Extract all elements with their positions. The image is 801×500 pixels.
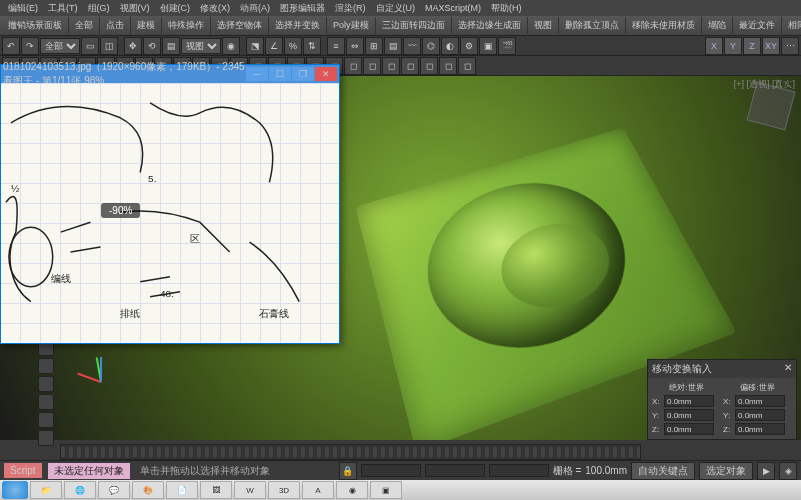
undo-button[interactable]: ↶ <box>2 37 20 55</box>
image-viewer-titlebar[interactable]: 0181024103513.jpg（1920×960像素，179KB）- 234… <box>1 65 339 83</box>
left-tool-button[interactable] <box>38 358 54 374</box>
taskbar-item[interactable]: ◉ <box>336 481 368 499</box>
menu-animation[interactable]: 动画(A) <box>236 2 274 15</box>
menu-customize[interactable]: 自定义(U) <box>372 2 420 15</box>
axis-xy-button[interactable]: XY <box>762 37 780 55</box>
taskbar-item[interactable]: ▣ <box>370 481 402 499</box>
ribbon-tab[interactable]: 选择空物体 <box>211 17 269 34</box>
taskbar-item[interactable]: 3D <box>268 481 300 499</box>
ribbon-tab[interactable]: 视图 <box>528 17 559 34</box>
abs-z-input[interactable] <box>664 423 714 435</box>
ribbon-tab[interactable]: 三边面转四边面 <box>376 17 452 34</box>
render-setup-button[interactable]: ⚙ <box>460 37 478 55</box>
left-tool-button[interactable] <box>38 376 54 392</box>
menu-create[interactable]: 创建(C) <box>156 2 195 15</box>
ribbon-tab[interactable]: 相同材质 <box>782 17 801 34</box>
coord-y-input[interactable] <box>425 464 485 477</box>
named-sel-button[interactable]: ≡ <box>327 37 345 55</box>
pivot-button[interactable]: ◉ <box>222 37 240 55</box>
menu-edit[interactable]: 编辑(E) <box>4 2 42 15</box>
render-button[interactable]: 🎬 <box>498 37 516 55</box>
select-button[interactable]: ▭ <box>81 37 99 55</box>
image-viewer-window[interactable]: 0181024103513.jpg（1920×960像素，179KB）- 234… <box>0 64 340 344</box>
selected-obj-dropdown[interactable]: 选定对象 <box>699 462 753 480</box>
tool-button[interactable]: ◻ <box>382 57 400 75</box>
menu-view[interactable]: 视图(V) <box>116 2 154 15</box>
ribbon-tab[interactable]: 全部 <box>69 17 100 34</box>
restore-button[interactable]: ❐ <box>292 67 314 81</box>
timeline-track[interactable] <box>61 447 640 457</box>
taskbar-item[interactable]: 📁 <box>30 481 62 499</box>
rotate-button[interactable]: ⟲ <box>143 37 161 55</box>
tool-button[interactable]: ◻ <box>363 57 381 75</box>
curve-editor-button[interactable]: 〰 <box>403 37 421 55</box>
ribbon-tab[interactable]: 选择边缘生成面 <box>452 17 528 34</box>
autokey-button[interactable]: 自动关键点 <box>631 462 695 480</box>
transform-type-in-panel[interactable]: 移动变换输入 ✕ 绝对:世界 偏移:世界 X: X: Y: Y: Z: Z: <box>647 359 797 440</box>
close-button[interactable]: ✕ <box>315 67 337 81</box>
ribbon-tab[interactable]: 点击 <box>100 17 131 34</box>
move-button[interactable]: ✥ <box>124 37 142 55</box>
left-tool-button[interactable] <box>38 394 54 410</box>
ribbon-tab[interactable]: 移除未使用材质 <box>626 17 702 34</box>
angle-snap-button[interactable]: ∠ <box>265 37 283 55</box>
lock-icon[interactable]: 🔒 <box>339 462 357 480</box>
ribbon-tab[interactable]: 塌陷 <box>702 17 733 34</box>
menu-graph[interactable]: 图形编辑器 <box>276 2 329 15</box>
tool-button[interactable]: ◻ <box>401 57 419 75</box>
snap-button[interactable]: ⬔ <box>246 37 264 55</box>
off-z-input[interactable] <box>735 423 785 435</box>
extra-button[interactable]: ⋯ <box>781 37 799 55</box>
taskbar-item[interactable]: 💬 <box>98 481 130 499</box>
viewport-label[interactable]: [+] [透视] [真实] <box>734 78 795 91</box>
taskbar-item[interactable]: 🖼 <box>200 481 232 499</box>
menu-render[interactable]: 渲染(R) <box>331 2 370 15</box>
spinner-snap-button[interactable]: ⇅ <box>303 37 321 55</box>
material-editor-button[interactable]: ◐ <box>441 37 459 55</box>
left-tool-button[interactable] <box>38 412 54 428</box>
ribbon-tab[interactable]: 撤销场景面板 <box>2 17 69 34</box>
ribbon-tab[interactable]: 建模 <box>131 17 162 34</box>
maximize-button[interactable]: ☐ <box>269 67 291 81</box>
taskbar-item[interactable]: 🌐 <box>64 481 96 499</box>
abs-x-input[interactable] <box>664 395 714 407</box>
minimize-button[interactable]: ─ <box>246 67 268 81</box>
start-button[interactable] <box>2 481 28 499</box>
ribbon-tab[interactable]: Poly建模 <box>327 17 376 34</box>
align-button[interactable]: ⊞ <box>365 37 383 55</box>
key-button[interactable]: ◈ <box>779 462 797 480</box>
ref-coord-dropdown[interactable]: 视图 <box>181 38 221 54</box>
maxscript-button[interactable]: Script <box>4 463 42 478</box>
tool-button[interactable]: ◻ <box>458 57 476 75</box>
transform-panel-close-icon[interactable]: ✕ <box>784 362 792 376</box>
taskbar-item[interactable]: 🎨 <box>132 481 164 499</box>
axis-x-button[interactable]: X <box>705 37 723 55</box>
coord-x-input[interactable] <box>361 464 421 477</box>
percent-snap-button[interactable]: % <box>284 37 302 55</box>
off-x-input[interactable] <box>735 395 785 407</box>
render-frame-button[interactable]: ▣ <box>479 37 497 55</box>
ribbon-tab[interactable]: 最近文件 <box>733 17 782 34</box>
tool-button[interactable]: ◻ <box>439 57 457 75</box>
ribbon-tab[interactable]: 删除孤立顶点 <box>559 17 626 34</box>
taskbar-item[interactable]: A <box>302 481 334 499</box>
taskbar-item[interactable]: W <box>234 481 266 499</box>
select-region-button[interactable]: ◫ <box>100 37 118 55</box>
tool-button[interactable]: ◻ <box>344 57 362 75</box>
axis-y-button[interactable]: Y <box>724 37 742 55</box>
ribbon-tab[interactable]: 特殊操作 <box>162 17 211 34</box>
menu-modify[interactable]: 修改(X) <box>196 2 234 15</box>
mirror-button[interactable]: ⇔ <box>346 37 364 55</box>
left-tool-button[interactable] <box>38 430 54 446</box>
redo-button[interactable]: ↷ <box>21 37 39 55</box>
menu-tools[interactable]: 工具(T) <box>44 2 82 15</box>
abs-y-input[interactable] <box>664 409 714 421</box>
menu-maxscript[interactable]: MAXScript(M) <box>421 3 485 13</box>
ribbon-tab[interactable]: 选择并变换 <box>269 17 327 34</box>
tool-button[interactable]: ◻ <box>420 57 438 75</box>
axis-z-button[interactable]: Z <box>743 37 761 55</box>
selection-filter[interactable]: 全部 <box>40 38 80 54</box>
menu-group[interactable]: 组(G) <box>84 2 114 15</box>
schematic-button[interactable]: ⌬ <box>422 37 440 55</box>
play-button[interactable]: ▶ <box>757 462 775 480</box>
